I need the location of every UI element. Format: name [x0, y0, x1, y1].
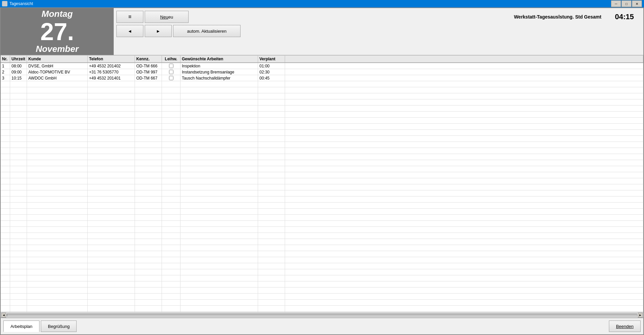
- table-row[interactable]: [1, 300, 643, 306]
- table-row[interactable]: [1, 81, 643, 87]
- table-row[interactable]: [1, 148, 643, 154]
- maximize-button[interactable]: □: [621, 0, 632, 7]
- table-cell: [88, 93, 135, 99]
- table-cell: [180, 118, 258, 123]
- table-row[interactable]: [1, 306, 643, 312]
- next-button[interactable]: ►: [145, 25, 172, 37]
- prev-button[interactable]: ◄: [116, 25, 143, 37]
- table-cell: [27, 215, 88, 220]
- table-cell: [162, 112, 180, 117]
- table-cell: [285, 178, 643, 184]
- tab-begruessung[interactable]: Begrüßung: [41, 321, 77, 332]
- horizontal-scrollbar[interactable]: ◄ ►: [1, 312, 643, 317]
- table-cell: [88, 287, 135, 293]
- table-row[interactable]: [1, 233, 643, 239]
- auto-update-button[interactable]: autom. Aktualisieren: [173, 25, 241, 37]
- table-row[interactable]: [1, 312, 643, 312]
- table-cell: [10, 160, 27, 166]
- table-row[interactable]: [1, 294, 643, 300]
- table-row[interactable]: [1, 227, 643, 233]
- table-cell: [135, 130, 162, 135]
- table-row[interactable]: [1, 251, 643, 257]
- table-cell: [285, 93, 643, 99]
- table-row[interactable]: [1, 184, 643, 190]
- table-cell: [162, 294, 180, 299]
- table-row[interactable]: [1, 196, 643, 203]
- table-row[interactable]: [1, 87, 643, 93]
- table-row[interactable]: [1, 287, 643, 294]
- table-row[interactable]: [1, 190, 643, 196]
- table-row[interactable]: [1, 269, 643, 275]
- table-row[interactable]: [1, 112, 643, 118]
- close-button[interactable]: ✕: [632, 0, 642, 7]
- table-cell: [27, 245, 88, 251]
- table-cell: [27, 112, 88, 117]
- table-row[interactable]: [1, 142, 643, 148]
- table-row[interactable]: 209:00Aldoc-TOPMOTIVE BV+31 76 5305770OD…: [1, 69, 643, 75]
- minimize-button[interactable]: ─: [611, 0, 621, 7]
- table-cell[interactable]: [162, 63, 180, 69]
- table-cell: [285, 154, 643, 160]
- table-row[interactable]: [1, 178, 643, 184]
- table-body[interactable]: 108:00DVSE, GmbH+49 4532 201402OD-TM 666…: [1, 63, 643, 312]
- table-cell: [10, 166, 27, 172]
- table-cell: Instandsetzung Bremsanlage: [180, 69, 258, 75]
- table-row[interactable]: [1, 209, 643, 215]
- table-row[interactable]: [1, 160, 643, 166]
- table-cell: [10, 136, 27, 142]
- table-cell: [258, 93, 285, 99]
- beenden-button[interactable]: Beenden: [609, 321, 641, 332]
- table-cell: [180, 203, 258, 208]
- table-cell: [135, 269, 162, 275]
- table-cell: [88, 172, 135, 178]
- table-cell: [88, 112, 135, 117]
- table-row[interactable]: [1, 93, 643, 99]
- table-cell: [1, 227, 10, 233]
- table-cell: [285, 257, 643, 263]
- table-row[interactable]: [1, 257, 643, 263]
- table-cell: [180, 130, 258, 135]
- table-row[interactable]: 310:15AWDOC GmbH+49 4532 201401OD-TM 667…: [1, 75, 643, 81]
- table-cell: [135, 312, 162, 312]
- scroll-right-button[interactable]: ►: [638, 313, 643, 317]
- table-cell: [88, 221, 135, 226]
- table-row[interactable]: [1, 239, 643, 245]
- table-row[interactable]: [1, 124, 643, 130]
- table-row[interactable]: [1, 215, 643, 221]
- table-row[interactable]: [1, 263, 643, 269]
- table-cell: [135, 93, 162, 99]
- table-row[interactable]: [1, 136, 643, 142]
- tab-arbeitsplan[interactable]: Arbeitsplan: [3, 321, 39, 332]
- neu-button[interactable]: Neueu: [145, 11, 189, 23]
- table-cell: [1, 130, 10, 135]
- table-row[interactable]: [1, 99, 643, 105]
- table-row[interactable]: [1, 130, 643, 136]
- table-cell[interactable]: [162, 69, 180, 75]
- table-row[interactable]: 108:00DVSE, GmbH+49 4532 201402OD-TM 666…: [1, 63, 643, 69]
- table-cell: [27, 142, 88, 148]
- table-row[interactable]: [1, 275, 643, 281]
- table-cell: [258, 275, 285, 281]
- table-row[interactable]: [1, 154, 643, 160]
- table-row[interactable]: [1, 118, 643, 124]
- table-cell: [162, 203, 180, 208]
- table-cell: [180, 251, 258, 257]
- table-row[interactable]: [1, 281, 643, 287]
- table-cell: [88, 124, 135, 129]
- scroll-left-button[interactable]: ◄: [1, 313, 6, 317]
- table-row[interactable]: [1, 203, 643, 209]
- table-cell: [88, 99, 135, 105]
- table-cell: [258, 130, 285, 135]
- table-cell[interactable]: [162, 75, 180, 81]
- menu-button[interactable]: ≡: [116, 11, 143, 23]
- table-cell: [285, 245, 643, 251]
- table-row[interactable]: [1, 105, 643, 112]
- table-row[interactable]: [1, 221, 643, 227]
- table-row[interactable]: [1, 166, 643, 172]
- col-header-telefon: Telefon: [88, 56, 135, 62]
- table-row[interactable]: [1, 245, 643, 251]
- table-cell: [180, 239, 258, 245]
- table-cell: [285, 239, 643, 245]
- table-row[interactable]: [1, 172, 643, 178]
- table-cell: [162, 190, 180, 196]
